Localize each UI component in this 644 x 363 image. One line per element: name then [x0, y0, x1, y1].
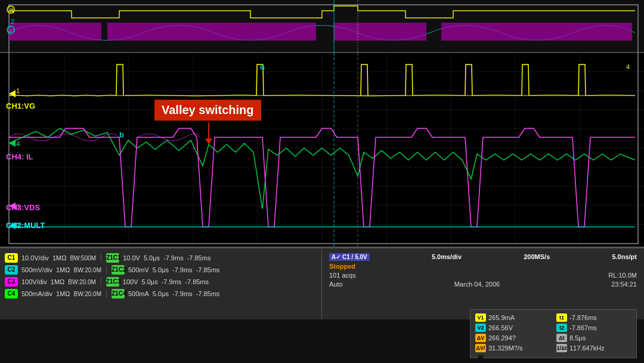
- dv-cell: ΔV 266.294?: [475, 334, 550, 342]
- svg-text:b: b: [119, 130, 124, 139]
- record-length: RL:10.0M: [608, 272, 637, 279]
- cursor-row-1: V1 265.9mA t1 -7.876ms: [475, 313, 631, 322]
- svg-text:2: 2: [11, 18, 14, 25]
- dt-badge: Δt: [556, 334, 567, 342]
- acq-status: Stopped: [329, 263, 355, 270]
- cursor-row-3: ΔV 266.294? Δt 8.5μs: [475, 334, 631, 342]
- z1c1-t1: -7.9ms: [163, 254, 184, 262]
- c3-badge: C3: [5, 277, 18, 287]
- dt-cell: Δt 8.5μs: [556, 334, 631, 342]
- svg-text:a: a: [260, 61, 265, 71]
- z1c4-badge: Z1C4: [112, 289, 125, 299]
- v1-badge: V1: [475, 313, 486, 322]
- ch2-label: CH2:MULT: [6, 221, 45, 230]
- v2-badge: V2: [475, 324, 486, 332]
- pt-label: 5.0ns/pt: [612, 253, 637, 261]
- svg-rect-24: [107, 23, 316, 41]
- waveform-area: a b 1 2 1 4 3 2 4 1 2 Valley switching C…: [0, 0, 644, 248]
- z1c1-badge: Z1C1: [106, 253, 119, 263]
- svg-text:4: 4: [626, 63, 630, 70]
- svg-text:1: 1: [16, 87, 20, 94]
- c4-impedance: 1MΩ: [56, 290, 70, 297]
- ch4-label: CH4: IL: [6, 152, 33, 161]
- z1c2-t2: -7.85ms: [196, 266, 220, 273]
- cursor-box: V1 265.9mA t1 -7.876ms V2 266.56V t2 -7.…: [470, 309, 637, 358]
- c2-badge: C2: [5, 265, 18, 275]
- v2-value: 266.56V: [488, 324, 513, 331]
- trigger-badge: A✓ C1 / 5.0V: [329, 253, 370, 261]
- c4-badge: C4: [5, 289, 18, 299]
- c3-bw: BW:20.0M: [68, 279, 96, 285]
- channel-settings: C1 10.0V/div 1MΩ BW:500M Z1C1 10.0V 5.0μ…: [0, 248, 322, 319]
- c1-bw: BW:500M: [70, 255, 96, 262]
- odt-value: 117.647kHz: [569, 344, 605, 352]
- v2-cell: V2 266.56V: [475, 324, 550, 332]
- z1c3-value: 100V: [123, 278, 138, 285]
- z1c4-value: 500mA: [128, 290, 149, 297]
- dvdt-value: 31.329M?/s: [488, 344, 522, 352]
- t2-value: -7.867ms: [569, 324, 597, 331]
- oscilloscope-display: a b 1 2 1 4 3 2 4 1 2 Valley switching C…: [0, 0, 644, 363]
- ch2-row: C2 500mV/div 1MΩ BW:20.0M Z1C2 500mV 5.0…: [5, 265, 317, 275]
- ch4-row: C4 500mA/div 1MΩ BW:20.0M Z1C4 500mA 5.0…: [5, 289, 317, 299]
- c3-volts-div: 100V/div: [21, 278, 47, 285]
- c1-impedance: 1MΩ: [52, 254, 67, 262]
- svg-rect-23: [9, 23, 101, 41]
- z1c4-t1: -7.9ms: [172, 290, 193, 297]
- c2-impedance: 1MΩ: [56, 266, 70, 273]
- svg-rect-26: [441, 23, 632, 41]
- timebase-value: 5.0ms/div: [432, 253, 462, 261]
- z1c1-value: 10.0V: [123, 254, 140, 262]
- odt-badge: 1/Δt: [556, 344, 567, 352]
- c3-impedance: 1MΩ: [51, 278, 65, 285]
- z1c1-t2: -7.85ms: [187, 254, 211, 262]
- z1c3-t2: -7.85ms: [185, 278, 209, 285]
- c2-bw: BW:20.0M: [74, 267, 102, 273]
- c4-bw: BW:20.0M: [74, 291, 102, 297]
- dvdt-badge: ΔV/Δt: [475, 344, 486, 352]
- ch1-row: C1 10.0V/div 1MΩ BW:500M Z1C1 10.0V 5.0μ…: [5, 253, 317, 263]
- z1c2-t1: -7.9ms: [172, 266, 193, 273]
- z1c2-time: 5.0μs: [153, 266, 169, 273]
- odt-cell: 1/Δt 117.647kHz: [556, 344, 631, 352]
- acqs-count: 101 acqs: [329, 272, 356, 279]
- z1c3-badge: Z1C3: [106, 277, 119, 287]
- svg-rect-25: [334, 23, 426, 41]
- dvdt-cell: ΔV/Δt 31.329M?/s: [475, 344, 550, 352]
- status-row: Stopped: [329, 263, 637, 270]
- waveform-canvas: a b 1 2 1 4 3 2 4 1 2: [0, 0, 644, 247]
- dt-value: 8.5μs: [569, 334, 586, 342]
- c1-badge: C1: [5, 253, 18, 263]
- ch1-label: CH1:VG: [6, 101, 35, 110]
- ch3-label: CH3:VDS: [6, 203, 40, 212]
- acq-date: March 04, 2006: [454, 281, 500, 288]
- cursor-row-4: ΔV/Δt 31.329M?/s 1/Δt 117.647kHz: [475, 344, 631, 352]
- trigger-timebase-row: A✓ C1 / 5.0V 5.0ms/div 200MS/s 5.0ns/pt: [329, 253, 637, 261]
- t2-badge: t2: [556, 324, 567, 332]
- status-bar: C1 10.0V/div 1MΩ BW:500M Z1C1 10.0V 5.0μ…: [0, 248, 644, 319]
- v1-cell: V1 265.9mA: [475, 313, 550, 322]
- z1c4-time: 5.0μs: [153, 290, 169, 297]
- c2-volts-div: 500mV/div: [21, 266, 52, 273]
- t1-badge: t1: [556, 313, 567, 322]
- datetime-row: Auto March 04, 2006 23:54:21: [329, 281, 637, 288]
- z1c3-t1: -7.9ms: [162, 278, 182, 285]
- c1-volts-div: 10.0V/div: [21, 254, 49, 262]
- ch3-row: C3 100V/div 1MΩ BW:20.0M Z1C3 100V 5.0μs…: [5, 277, 317, 287]
- sample-rate: 200MS/s: [524, 253, 550, 261]
- dv-value: 266.294?: [488, 334, 516, 342]
- cursor-row-2: V2 266.56V t2 -7.867ms: [475, 324, 631, 332]
- z1c4-t2: -7.85ms: [196, 290, 220, 297]
- acq-time: 23:54:21: [611, 281, 637, 288]
- t2-cell: t2 -7.867ms: [556, 324, 631, 332]
- t1-value: -7.876ms: [569, 314, 597, 321]
- dv-badge: ΔV: [475, 334, 486, 342]
- svg-text:1: 1: [9, 7, 12, 13]
- z1c1-time: 5.0μs: [144, 254, 160, 262]
- z1c2-value: 500mV: [128, 266, 149, 273]
- svg-text:2: 2: [9, 27, 12, 33]
- svg-text:4: 4: [16, 140, 20, 147]
- v1-value: 265.9mA: [488, 314, 515, 321]
- t1-cell: t1 -7.876ms: [556, 313, 631, 322]
- z1c2-badge: Z1C2: [112, 265, 125, 275]
